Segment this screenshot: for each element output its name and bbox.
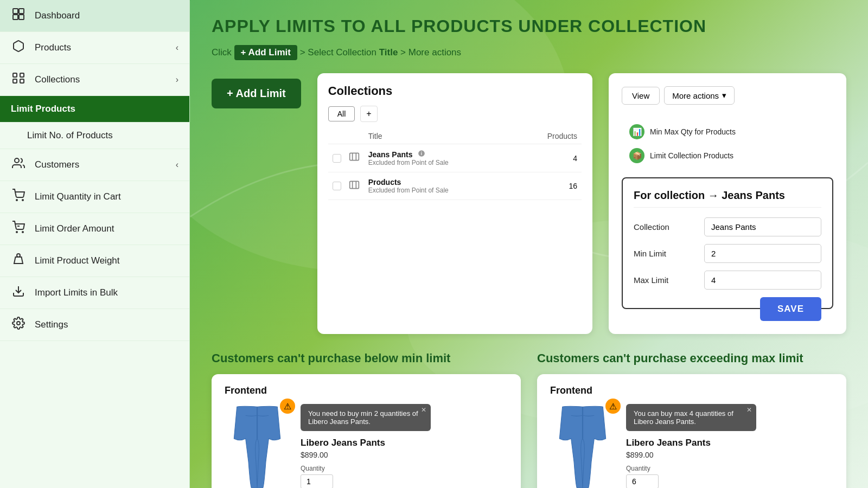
sidebar-item-settings[interactable]: Settings	[0, 309, 189, 341]
row-product-info: Products Excluded from Point of Sale	[368, 178, 534, 194]
toast-max: ✕ You can buy max 4 quantities of Libero…	[626, 404, 756, 431]
svg-text:i: i	[421, 151, 422, 156]
sidebar-item-import[interactable]: Import Limits in Bulk	[0, 277, 189, 309]
sidebar: Dashboard Products ‹ Collections › Limit…	[0, 0, 190, 488]
sidebar-item-limit-qty[interactable]: Limit Quantity in Cart	[0, 181, 189, 213]
chevron-down-icon: ▾	[722, 91, 726, 100]
form-label-min: Min Limit	[634, 249, 704, 258]
sidebar-item-label: Collections	[35, 74, 167, 85]
sidebar-item-limit-weight[interactable]: Limit Product Weight	[0, 245, 189, 277]
instruction-end: > More actions	[400, 47, 461, 57]
sidebar-item-products[interactable]: Products ‹	[0, 32, 189, 64]
qty-label-2: Quantity	[626, 465, 833, 472]
row-checkbox[interactable]	[333, 154, 341, 163]
max-limit-input[interactable]	[704, 271, 821, 290]
svg-rect-2	[13, 15, 18, 20]
qty-label: Quantity	[301, 465, 508, 472]
add-tab-button[interactable]: +	[360, 106, 377, 122]
sidebar-item-label: Import Limits in Bulk	[35, 287, 178, 298]
product-preview-min: ⚠ ✕ You need to buy min 2 quantities of …	[225, 404, 508, 488]
limit-collection-icon: 📦	[629, 148, 644, 163]
dropdown-item-limit-collection[interactable]: 📦 Limit Collection Products	[622, 144, 833, 168]
sidebar-item-label: Dashboard	[35, 10, 178, 21]
qty-input-2[interactable]	[626, 474, 659, 488]
sidebar-item-customers[interactable]: Customers ‹	[0, 149, 189, 181]
svg-rect-4	[13, 73, 17, 77]
settings-icon	[11, 317, 26, 333]
min-limit-section: Customers can't purchase below min limit…	[212, 351, 521, 488]
chevron-down-icon: ›	[176, 75, 178, 85]
sidebar-item-collections[interactable]: Collections ›	[0, 64, 189, 96]
svg-rect-0	[13, 9, 18, 14]
table-row[interactable]: Products Excluded from Point of Sale 16	[328, 172, 582, 200]
collection-input[interactable]	[704, 217, 821, 236]
view-button[interactable]: View	[622, 87, 660, 105]
warning-badge: ⚠	[280, 399, 295, 414]
import-icon	[11, 285, 26, 301]
form-row-max: Max Limit	[634, 271, 821, 290]
svg-rect-1	[19, 9, 24, 14]
row-product-sub: Excluded from Point of Sale	[368, 187, 534, 194]
toast-text-max: You can buy max 4 quantities of Libero J…	[634, 409, 733, 426]
svg-point-9	[16, 200, 17, 201]
row-product-count: 16	[534, 182, 577, 190]
add-limit-button[interactable]: + Add Limit	[212, 79, 301, 108]
product-info-max: ✕ You can buy max 4 quantities of Libero…	[626, 404, 833, 488]
product-image: ⚠	[225, 404, 290, 488]
svg-rect-6	[13, 79, 17, 83]
info-icon: i	[418, 150, 425, 159]
min-limit-input[interactable]	[704, 244, 821, 263]
dropdown-item-label: Limit Collection Products	[650, 151, 733, 160]
tab-bar: All +	[328, 106, 582, 122]
col-products: Products	[534, 132, 577, 140]
top-section: + Add Limit Collections All + Title Prod…	[212, 73, 846, 334]
warning-badge-2: ⚠	[605, 399, 621, 414]
toast-close[interactable]: ✕	[421, 406, 426, 414]
row-product-name: Products	[368, 178, 534, 187]
tab-all[interactable]: All	[328, 106, 355, 121]
sidebar-item-label: Limit No. of Products	[27, 130, 178, 141]
svg-point-11	[16, 232, 17, 233]
sidebar-item-dashboard[interactable]: Dashboard	[0, 0, 189, 32]
svg-point-8	[15, 158, 19, 163]
svg-rect-7	[20, 79, 24, 83]
table-row[interactable]: Jeans Pants i Excluded from Point of Sal…	[328, 144, 582, 172]
qty-input[interactable]	[301, 474, 333, 488]
dropdown-item-min-max[interactable]: 📊 Min Max Qty for Products	[622, 120, 833, 144]
form-row-min: Min Limit	[634, 244, 821, 263]
row-product-info: Jeans Pants i Excluded from Point of Sal…	[368, 150, 534, 166]
sidebar-item-label: Limit Products	[11, 104, 178, 114]
instruction-bold: Title	[379, 47, 398, 57]
more-actions-button[interactable]: More actions ▾	[664, 86, 735, 105]
customers-icon	[11, 157, 26, 173]
sidebar-item-limit-products[interactable]: Limit Products	[0, 96, 189, 123]
frontend-label: Frontend	[225, 385, 508, 396]
svg-point-10	[22, 200, 23, 201]
sidebar-item-label: Limit Quantity in Cart	[35, 191, 178, 202]
collections-title: Collections	[328, 84, 582, 98]
instruction: Click + Add Limit > Select Collection Ti…	[212, 45, 846, 60]
product-name-2: Libero Jeans Pants	[626, 438, 833, 448]
sidebar-item-label: Settings	[35, 319, 178, 330]
chevron-left-icon: ‹	[176, 160, 178, 170]
min-heading: Customers can't purchase below min limit	[212, 351, 521, 365]
form-card-header: View More actions ▾	[622, 86, 833, 105]
sidebar-item-label: Limit Product Weight	[35, 255, 178, 266]
sidebar-item-limit-order[interactable]: Limit Order Amount	[0, 213, 189, 245]
toast-close-2[interactable]: ✕	[746, 406, 752, 414]
product-price-2: $899.00	[626, 451, 833, 459]
row-checkbox[interactable]	[333, 182, 341, 190]
save-button[interactable]: SAVE	[760, 297, 821, 321]
svg-rect-3	[19, 15, 24, 20]
row-product-count: 4	[534, 154, 577, 163]
order-icon	[11, 221, 26, 237]
collection-form: For collection → Jeans Pants Collection …	[622, 177, 833, 309]
svg-rect-18	[349, 153, 359, 160]
dashboard-icon	[11, 8, 26, 24]
min-max-icon: 📊	[629, 124, 644, 139]
row-product-sub: Excluded from Point of Sale	[368, 159, 534, 166]
form-label-max: Max Limit	[634, 275, 704, 285]
weight-icon	[11, 253, 26, 269]
chevron-left-icon: ‹	[176, 43, 178, 53]
sidebar-item-limit-no-products[interactable]: Limit No. of Products	[0, 123, 189, 149]
